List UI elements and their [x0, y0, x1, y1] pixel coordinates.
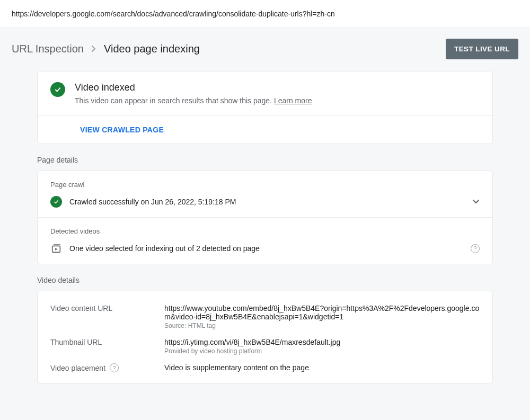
detected-videos-text: One video selected for indexing out of 2… [69, 244, 461, 253]
breadcrumb-parent[interactable]: URL Inspection [12, 43, 84, 55]
summary-subtitle-text: This video can appear in search results … [75, 96, 274, 105]
chevron-down-icon[interactable] [472, 198, 480, 206]
help-icon[interactable]: ? [471, 244, 480, 253]
page-crawl-block: Page crawl Crawled successfully on Jun 2… [38, 171, 492, 217]
video-stack-icon [50, 243, 62, 254]
check-circle-icon [50, 196, 62, 208]
thumbnail-url-text: https://i.ytimg.com/vi/8j_hxBw5B4E/maxre… [164, 338, 480, 346]
table-row: Thumbnail URL https://i.ytimg.com/vi/8j_… [50, 333, 480, 358]
detected-videos-label: Detected videos [50, 227, 480, 235]
page-url: https://developers.google.com/search/doc… [12, 10, 335, 18]
detected-videos-row: One video selected for indexing out of 2… [50, 243, 480, 254]
video-details-block: Video content URL https://www.youtube.co… [38, 291, 492, 383]
summary-subtitle: This video can appear in search results … [75, 96, 312, 105]
video-placement-label-cell: Video placement ? [50, 358, 164, 376]
video-details-table: Video content URL https://www.youtube.co… [50, 299, 480, 376]
video-content-url-value: https://www.youtube.com/embed/8j_hxBw5B4… [164, 299, 480, 333]
breadcrumb-current: Video page indexing [104, 43, 200, 55]
summary-action-row: VIEW CRAWLED PAGE [38, 116, 492, 144]
learn-more-link[interactable]: Learn more [274, 96, 312, 105]
page-crawl-label: Page crawl [50, 181, 480, 189]
summary-card: Video indexed This video can appear in s… [37, 71, 493, 144]
view-crawled-page-button[interactable]: VIEW CRAWLED PAGE [80, 126, 164, 134]
video-details-heading: Video details [37, 276, 493, 284]
page-details-card: Page crawl Crawled successfully on Jun 2… [37, 171, 493, 264]
help-icon[interactable]: ? [110, 363, 119, 372]
url-bar: https://developers.google.com/search/doc… [0, 0, 530, 28]
video-content-url-label: Video content URL [50, 299, 164, 333]
crawl-status-text: Crawled successfully on Jun 26, 2022, 5:… [69, 198, 465, 206]
header-row: URL Inspection Video page indexing TEST … [0, 28, 530, 71]
thumbnail-url-label: Thumbnail URL [50, 333, 164, 358]
video-content-url-text: https://www.youtube.com/embed/8j_hxBw5B4… [164, 304, 480, 321]
breadcrumb: URL Inspection Video page indexing [12, 43, 200, 55]
check-circle-icon [50, 82, 65, 97]
page-details-heading: Page details [37, 156, 493, 164]
video-placement-label: Video placement [50, 364, 105, 372]
detected-videos-block: Detected videos One video selected for i… [38, 218, 492, 264]
table-row: Video placement ? Video is supplementary… [50, 358, 480, 376]
video-details-card: Video content URL https://www.youtube.co… [37, 291, 493, 383]
video-content-url-source: Source: HTML tag [164, 322, 480, 329]
table-row: Video content URL https://www.youtube.co… [50, 299, 480, 333]
crawl-status-row[interactable]: Crawled successfully on Jun 26, 2022, 5:… [50, 196, 480, 208]
thumbnail-url-value: https://i.ytimg.com/vi/8j_hxBw5B4E/maxre… [164, 333, 480, 358]
thumbnail-url-source: Provided by video hosting platform [164, 347, 480, 355]
summary-text: Video indexed This video can appear in s… [75, 82, 312, 105]
summary-title: Video indexed [75, 82, 312, 93]
content-area: Video indexed This video can appear in s… [0, 71, 530, 411]
summary-row: Video indexed This video can appear in s… [38, 72, 492, 115]
chevron-right-icon [91, 43, 96, 55]
test-live-url-button[interactable]: TEST LIVE URL [446, 39, 518, 59]
video-placement-value: Video is supplementary content on the pa… [164, 358, 480, 376]
